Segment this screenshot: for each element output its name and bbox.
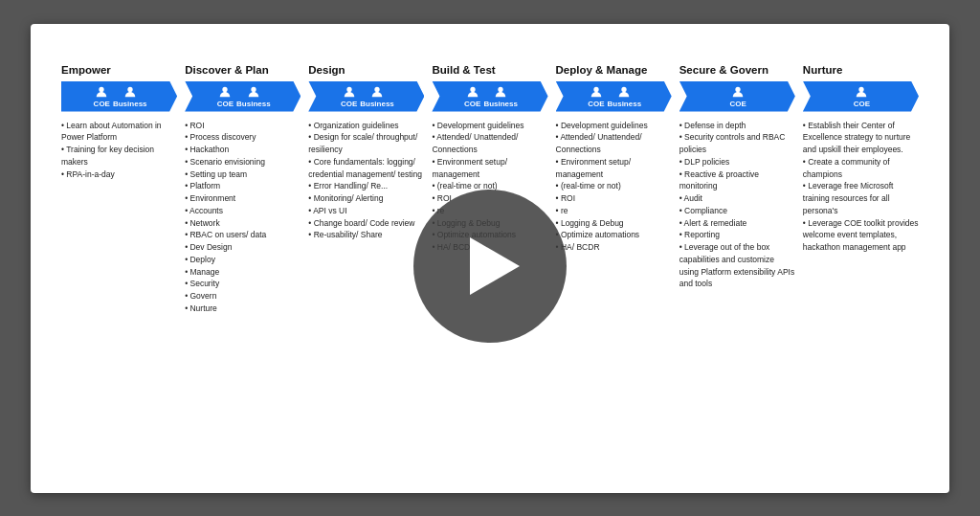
person-icon [370,85,384,99]
svg-point-9 [622,86,627,91]
svg-point-1 [127,86,132,91]
list-item: Leverage COE toolkit provides welcome ev… [803,217,919,254]
role-label-coe: COE [464,100,480,108]
role-label-business: Business [236,100,271,108]
list-item: Core fundamentals: logging/ credential m… [308,156,424,181]
person-icon [855,85,868,99]
arrow-banner-discover-plan: COE Business [185,81,301,112]
role-pair-discover-plan-business: Business [236,85,271,108]
list-item: Development guidelines [556,120,672,132]
list-item: Re-usability/ Share [308,229,424,241]
arrow-banner-design: COE Business [308,81,424,112]
bullet-list-empower: Learn about Automation in Power Platform… [61,120,177,181]
col-header-secure-govern: Secure & Govern [679,64,795,76]
person-icon [218,85,232,99]
list-item: Reactive & proactive monitoring [679,168,795,193]
list-item: Environment [185,192,301,205]
list-item: RBAC on users/ data [185,229,301,241]
svg-point-4 [346,86,351,91]
svg-point-6 [470,86,475,91]
col-deploy-manage: Deploy & Manage COE BusinessDevelopment … [552,64,676,315]
list-item: Establish their Center of Excellence str… [803,120,919,156]
list-item: Environment setup/ management [556,156,672,181]
list-item: API vs UI [308,205,424,217]
svg-point-11 [859,86,864,91]
list-item: Manage [185,266,301,279]
list-item: Design for scale/ throughput/ resiliency [308,131,424,156]
person-icon [123,85,137,99]
svg-point-0 [100,86,104,91]
list-item: Attended/ Unattended/ Connections [556,131,672,156]
col-header-discover-plan: Discover & Plan [185,64,301,76]
list-item: ROI [556,192,672,205]
col-empower: Empower COE BusinessLearn about Automati… [57,64,181,315]
play-icon [470,237,520,295]
list-item: re [556,205,672,217]
arrow-shape-discover-plan: COE Business [185,81,301,112]
arrow-shape-nurture: COE [803,81,919,112]
list-item: Error Handling/ Re... [308,180,424,192]
role-label-coe: COE [341,100,357,108]
role-pair-discover-plan-coe: COE [217,85,234,108]
list-item: Security [185,278,301,290]
person-icon [590,85,603,99]
role-label-coe: COE [588,100,604,108]
list-item: Leverage out of the box capabilities and… [679,241,795,290]
list-item: Hackathon [185,144,301,156]
role-pair-design-coe: COE [341,85,357,108]
role-label-business: Business [483,100,518,108]
list-item: Alert & remediate [679,217,795,230]
list-item: Change board/ Code review [308,217,424,230]
list-item: Audit [679,192,795,205]
list-item: Create a community of champions [803,156,919,181]
bullet-list-secure-govern: Defense in depthSecurity controls and RB… [679,120,795,291]
svg-point-2 [223,86,228,91]
person-icon [731,85,745,99]
role-pair-build-test-business: Business [483,85,518,108]
list-item: Nurture [185,303,301,315]
col-discover-plan: Discover & Plan COE BusinessROIProcess d… [181,64,304,315]
svg-point-7 [499,86,503,91]
list-item: Govern [185,290,301,303]
svg-point-10 [736,86,741,91]
list-item: Attended/ Unattended/ Connections [432,131,547,156]
list-item: Compliance [679,205,795,217]
list-item: Learn about Automation in Power Platform [61,120,177,145]
col-header-build-test: Build & Test [432,64,547,76]
arrow-shape-secure-govern: COE [679,81,795,112]
arrow-shape-build-test: COE Business [432,81,547,112]
list-item: RPA-in-a-day [61,168,177,181]
video-play-button[interactable] [413,190,567,343]
arrow-banner-deploy-manage: COE Business [556,81,672,112]
role-label-business: Business [608,100,642,108]
list-item: ROI [185,120,301,132]
list-item: Accounts [185,205,301,217]
arrow-shape-empower: COE Business [61,81,177,112]
role-label-coe: COE [854,100,870,108]
col-design: Design COE BusinessOrganization guidelin… [304,64,428,315]
col-nurture: Nurture COEEstablish their Center of Exc… [799,64,923,315]
role-pair-design-business: Business [360,85,394,108]
col-secure-govern: Secure & Govern COEDefense in depthSecur… [676,64,799,315]
list-item: Scenario envisioning [185,156,301,168]
col-header-design: Design [308,64,424,76]
col-header-deploy-manage: Deploy & Manage [556,64,672,76]
role-pair-deploy-manage-business: Business [608,85,642,108]
svg-point-8 [593,86,598,91]
list-item: Platform [185,180,301,192]
bullet-list-design: Organization guidelinesDesign for scale/… [308,120,424,242]
list-item: Logging & Debug [556,217,672,230]
list-item: Training for key decision makers [61,144,177,168]
person-icon [343,85,356,99]
list-item: Dev Design [185,241,301,254]
col-header-empower: Empower [61,64,177,76]
role-pair-nurture-coe: COE [854,85,870,108]
arrow-shape-deploy-manage: COE Business [556,81,672,112]
list-item: Leverage free Microsoft training resourc… [803,180,919,216]
list-item: (real-time or not) [556,180,672,192]
person-icon [617,85,631,99]
list-item: DLP policies [679,156,795,168]
list-item: Monitoring/ Alerting [308,192,424,205]
role-label-coe: COE [94,100,110,108]
list-item: Development guidelines [432,120,547,132]
